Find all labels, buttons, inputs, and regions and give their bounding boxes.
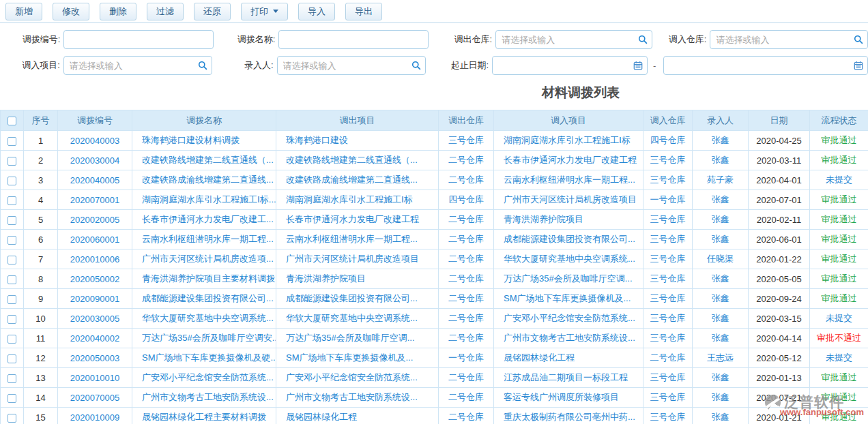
- out-warehouse-input[interactable]: [495, 30, 652, 49]
- cell-out-warehouse: 二号仓库: [439, 269, 494, 289]
- calendar-icon[interactable]: [854, 61, 863, 70]
- cell-transfer-name: 改建铁路成渝线增建第二直通线...: [132, 170, 276, 190]
- print-button[interactable]: 打印: [241, 3, 288, 20]
- row-select-cell: [1, 408, 24, 424]
- header-entered-by: 录入人: [693, 110, 749, 131]
- row-select-cell: [1, 368, 24, 388]
- row-checkbox[interactable]: [8, 256, 16, 264]
- date-range-separator: -: [653, 61, 656, 71]
- cell-transfer-code[interactable]: 2020010010: [58, 368, 132, 388]
- cell-out-project: 成都能源建设集团投资有限公司...: [276, 289, 439, 309]
- cell-transfer-code[interactable]: 2020020005: [58, 210, 132, 230]
- cell-in-warehouse: 三号仓库: [643, 210, 693, 230]
- cell-in-warehouse: 三号仓库: [643, 230, 693, 249]
- search-icon[interactable]: [411, 61, 421, 70]
- in-warehouse-input[interactable]: [710, 30, 868, 49]
- delete-button[interactable]: 删除: [100, 3, 136, 20]
- select-all-cell: [1, 110, 24, 131]
- cell-seq: 8: [24, 269, 58, 289]
- row-checkbox[interactable]: [8, 374, 16, 383]
- row-checkbox[interactable]: [8, 295, 16, 304]
- transfer-name-input[interactable]: [278, 30, 429, 49]
- row-checkbox[interactable]: [8, 335, 16, 344]
- row-select-cell: [1, 230, 24, 249]
- cell-seq: 4: [24, 190, 58, 210]
- row-checkbox[interactable]: [8, 157, 16, 166]
- export-button[interactable]: 导出: [345, 3, 382, 20]
- cell-transfer-code[interactable]: 2020030005: [58, 309, 132, 329]
- cell-entered-by: 张鑫: [693, 309, 749, 329]
- cell-in-warehouse: 三号仓库: [643, 309, 693, 329]
- cell-in-project: 广州市天河区统计局机房改造项目: [494, 190, 643, 210]
- table-row: 62020060001云南水利枢纽潜明水库一期工程...云南水利枢纽潜明水库一期…: [1, 230, 868, 249]
- cell-in-warehouse: 三号仓库: [643, 269, 693, 289]
- cell-entered-by: 张鑫: [693, 329, 749, 348]
- cell-in-warehouse: 三号仓库: [643, 329, 693, 348]
- cell-transfer-code[interactable]: 2020050003: [58, 348, 132, 368]
- cell-transfer-code[interactable]: 2020030004: [58, 151, 132, 170]
- row-checkbox[interactable]: [8, 177, 16, 185]
- in-project-input[interactable]: [63, 56, 212, 75]
- cell-out-project: 长春市伊通河水力发电厂改建工程: [276, 210, 439, 230]
- edit-button[interactable]: 修改: [53, 3, 89, 20]
- calendar-icon[interactable]: [633, 61, 643, 70]
- restore-button[interactable]: 还原: [194, 3, 231, 20]
- cell-entered-by: 张鑫: [693, 289, 749, 309]
- row-checkbox[interactable]: [8, 275, 16, 284]
- row-checkbox[interactable]: [8, 236, 16, 245]
- cell-transfer-code[interactable]: 2020090001: [58, 289, 132, 309]
- cell-transfer-code[interactable]: 2020070005: [58, 388, 132, 408]
- cell-transfer-code[interactable]: 2020040003: [58, 131, 132, 151]
- row-checkbox[interactable]: [8, 196, 16, 205]
- cell-entered-by: 张鑫: [693, 131, 749, 151]
- cell-transfer-code[interactable]: 2020010009: [58, 408, 132, 424]
- cell-transfer-code[interactable]: 2020060001: [58, 230, 132, 249]
- row-checkbox[interactable]: [8, 414, 16, 423]
- date-start-input[interactable]: [492, 56, 648, 75]
- cell-out-warehouse: 二号仓库: [439, 249, 494, 269]
- table-row: 132020010010广安邓小平纪念馆安全防范系统...广安邓小平纪念馆安全防…: [1, 368, 868, 388]
- search-icon[interactable]: [854, 35, 863, 44]
- row-checkbox[interactable]: [8, 137, 16, 146]
- table-row: 52020020005长春市伊通河水力发电厂改建工...长春市伊通河水力发电厂改…: [1, 210, 868, 230]
- cell-transfer-code[interactable]: 2020070001: [58, 190, 132, 210]
- cell-out-warehouse: 一号仓库: [439, 348, 494, 368]
- cell-transfer-code[interactable]: 2020050002: [58, 269, 132, 289]
- cell-transfer-code[interactable]: 2020040005: [58, 170, 132, 190]
- row-checkbox[interactable]: [8, 216, 16, 225]
- cell-status: 未提交: [810, 170, 868, 190]
- cell-out-warehouse: 二号仓库: [439, 170, 494, 190]
- cell-date: 2020-06-01: [749, 230, 810, 249]
- row-checkbox[interactable]: [8, 315, 16, 324]
- cell-out-warehouse: 二号仓库: [439, 388, 494, 408]
- cell-transfer-code[interactable]: 2020040002: [58, 329, 132, 348]
- row-checkbox[interactable]: [8, 354, 16, 363]
- import-button[interactable]: 导入: [298, 3, 335, 20]
- entered-by-input[interactable]: [277, 56, 426, 75]
- add-button[interactable]: 新增: [5, 3, 42, 20]
- select-all-checkbox[interactable]: [8, 117, 16, 125]
- table-row: 92020090001成都能源建设集团投资有限公司...成都能源建设集团投资有限…: [1, 289, 868, 309]
- date-end-input[interactable]: [663, 56, 868, 75]
- page-title: 材料调拨列表: [147, 84, 868, 102]
- table-row: 122020050003SM广场地下车库更换摄像机及硬...SM广场地下车库更换…: [1, 348, 868, 368]
- header-date: 日期: [749, 110, 810, 131]
- cell-out-warehouse: 二号仓库: [439, 368, 494, 388]
- transfer-no-input[interactable]: [63, 30, 214, 49]
- cell-date: 2020-05-12: [749, 348, 810, 368]
- cell-seq: 7: [24, 249, 58, 269]
- cell-seq: 14: [24, 388, 58, 408]
- cell-out-warehouse: 二号仓库: [439, 151, 494, 170]
- search-icon[interactable]: [638, 35, 648, 44]
- cell-transfer-code[interactable]: 2020010006: [58, 249, 132, 269]
- cell-transfer-name: 广安邓小平纪念馆安全防范系统...: [132, 368, 276, 388]
- header-seq: 序号: [24, 110, 58, 131]
- transfer-no-field-wrap: [63, 30, 214, 49]
- cell-out-warehouse: 二号仓库: [439, 329, 494, 348]
- cell-out-warehouse: 二号仓库: [439, 309, 494, 329]
- cell-in-project: 长春市伊通河水力发电厂改建工程: [494, 151, 643, 170]
- cell-seq: 1: [24, 131, 58, 151]
- filter-button[interactable]: 过滤: [147, 3, 184, 20]
- row-checkbox[interactable]: [8, 394, 16, 403]
- search-icon[interactable]: [198, 61, 207, 70]
